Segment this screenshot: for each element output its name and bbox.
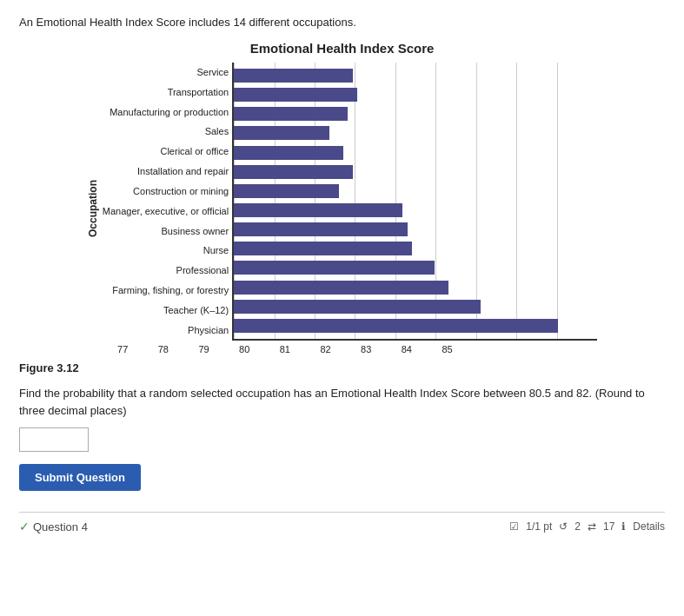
x-tick: 78 [143,344,184,354]
occupation-label: Clerical or office [160,142,229,162]
history-count: 17 [603,520,614,533]
bar-row [234,297,597,316]
x-tick: 85 [427,344,468,354]
y-axis-label: Occupation [87,70,99,348]
edit-icon: ☑ [509,520,519,533]
bar [234,319,558,333]
x-tick: 81 [265,344,306,354]
occupation-label: Manufacturing or production [110,103,229,122]
bar [234,69,353,83]
x-tick: 80 [224,344,265,354]
info-icon: ℹ [621,520,626,533]
occupation-label: Service [196,63,229,82]
check-icon: ✓ [19,520,30,533]
bar [234,261,435,275]
x-tick: 82 [305,344,346,354]
bar-row [234,201,597,220]
retry-icon: ↺ [559,520,568,533]
bar [234,107,348,121]
bar [234,203,402,217]
bars-area [232,63,597,341]
bar [234,146,343,160]
bar-row [234,220,597,239]
occupation-label: Sales [205,123,229,142]
points-text: 1/1 pt [526,520,552,533]
x-axis: 777879808182838485 [103,344,468,354]
occupation-label: Farming, fishing, or forestry [112,282,229,301]
bar [234,242,412,255]
footer-bar: ✓ Question 4 ☑ 1/1 pt ↺ 2 ⇄ 17 ℹ Details [19,512,665,533]
bar-row [234,182,597,201]
bar-row [234,278,597,297]
bar-row [234,104,597,123]
occupation-label: Physician [188,321,229,340]
x-tick: 79 [183,344,224,354]
intro-text: An Emotional Health Index Score includes… [19,16,665,29]
chart-container: Occupation ServiceTransportationManufact… [87,63,597,354]
figure-label: Figure 3.12 [19,361,665,374]
chart-title: Emotional Health Index Score [250,41,435,56]
bar-row [234,162,597,182]
occupation-label: Teacher (K–12) [163,301,229,321]
bars-and-labels: ServiceTransportationManufacturing or pr… [103,63,597,341]
bar-row [234,143,597,162]
bar [234,184,339,198]
occupation-label: Construction or mining [133,182,229,201]
footer-right: ☑ 1/1 pt ↺ 2 ⇄ 17 ℹ Details [509,520,665,533]
problem-text: Find the probability that a random selec… [19,385,665,419]
history-icon: ⇄ [588,520,596,533]
occupation-label: Business owner [162,222,229,241]
bar-row [234,85,597,104]
x-tick: 83 [346,344,387,354]
question-label: Question 4 [33,520,88,533]
retries-count: 2 [574,520,581,533]
occupation-label: Transportation [168,83,229,102]
bar-row [234,239,597,258]
bar [234,165,353,179]
chart-inner: ServiceTransportationManufacturing or pr… [103,63,597,354]
bar-row [234,316,597,335]
occupation-label: Manager, executive, or official [103,202,229,221]
bar [234,300,481,314]
bar-row [234,123,597,142]
x-tick: 77 [103,344,143,354]
answer-input[interactable] [19,427,89,452]
x-tick: 84 [387,344,428,354]
details-label: Details [633,520,665,533]
bar [234,222,408,236]
bar-row [234,66,597,85]
bar [234,88,357,102]
footer-left: ✓ Question 4 [19,520,88,533]
occupation-labels: ServiceTransportationManufacturing or pr… [103,63,232,341]
bar [234,281,448,295]
submit-button[interactable]: Submit Question [19,464,141,491]
bar-row [234,258,597,277]
occupation-label: Professional [176,262,229,281]
bar [234,126,329,140]
chart-section: Emotional Health Index Score Occupation … [19,41,665,354]
occupation-label: Installation and repair [137,162,229,182]
occupation-label: Nurse [203,242,229,261]
